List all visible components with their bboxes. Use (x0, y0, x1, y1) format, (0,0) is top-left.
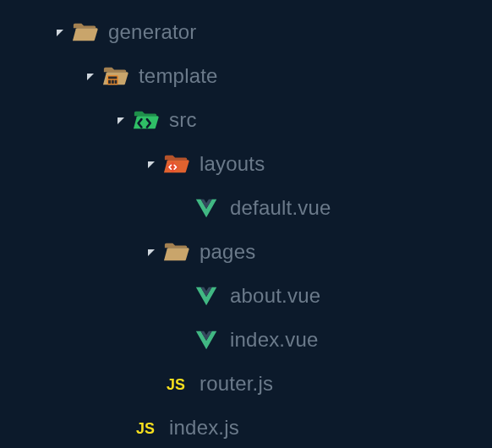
folder-open-icon (71, 18, 100, 46)
js-icon (132, 413, 161, 442)
tree-item-template[interactable]: template (0, 54, 492, 98)
folder-label: src (169, 108, 197, 132)
tree-item-router-js[interactable]: router.js (0, 362, 492, 406)
folder-label: pages (200, 240, 255, 264)
folder-label: template (139, 64, 218, 88)
tree-item-default-vue[interactable]: default.vue (0, 186, 492, 230)
folder-label: layouts (200, 152, 265, 176)
chevron-down-icon[interactable] (81, 71, 100, 81)
file-label: index.vue (230, 328, 319, 352)
vue-icon (193, 325, 221, 354)
tree-item-generator[interactable]: generator (0, 10, 492, 54)
tree-item-index-js[interactable]: index.js (0, 406, 492, 448)
vue-icon (193, 281, 221, 310)
chevron-down-icon[interactable] (142, 247, 161, 257)
tree-item-index-vue[interactable]: index.vue (0, 318, 492, 362)
file-label: about.vue (230, 284, 320, 308)
chevron-down-icon[interactable] (51, 27, 69, 37)
file-label: index.js (169, 416, 239, 440)
folder-layouts-icon (162, 150, 191, 178)
folder-open-icon (162, 238, 191, 266)
folder-label: generator (108, 20, 197, 44)
file-label: default.vue (230, 196, 331, 220)
chevron-down-icon[interactable] (112, 115, 130, 125)
file-tree: generatortemplatesrclayoutsdefault.vuepa… (0, 10, 492, 448)
tree-item-pages[interactable]: pages (0, 230, 492, 274)
file-label: router.js (200, 372, 273, 396)
vue-icon (193, 194, 221, 222)
tree-item-about-vue[interactable]: about.vue (0, 274, 492, 318)
folder-template-icon (101, 62, 130, 90)
tree-item-src[interactable]: src (0, 98, 492, 142)
tree-item-layouts[interactable]: layouts (0, 142, 492, 186)
folder-src-icon (132, 106, 161, 134)
chevron-down-icon[interactable] (142, 159, 161, 169)
js-icon (162, 369, 191, 398)
